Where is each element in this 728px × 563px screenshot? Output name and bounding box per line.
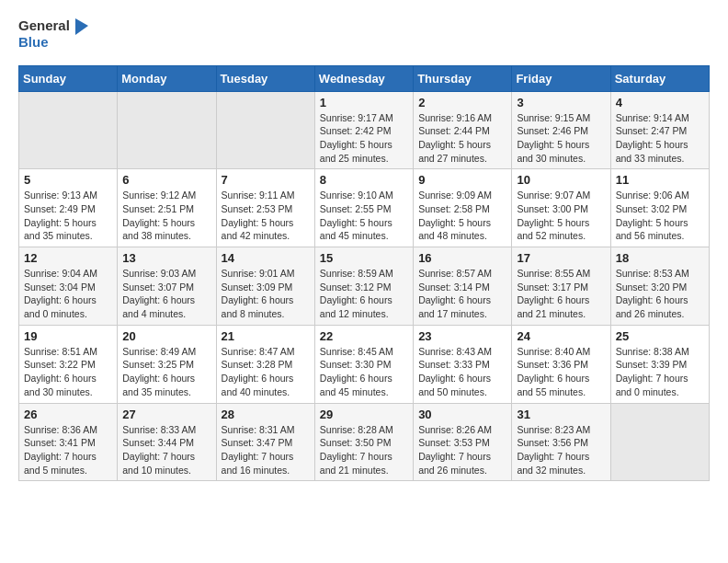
calendar-cell: 26Sunrise: 8:36 AM Sunset: 3:41 PM Dayli…: [19, 403, 118, 481]
day-number: 21: [222, 329, 310, 343]
day-number: 17: [517, 251, 605, 265]
day-info: Sunrise: 8:28 AM Sunset: 3:50 PM Dayligh…: [320, 423, 408, 477]
calendar-cell: 3Sunrise: 9:15 AM Sunset: 2:46 PM Daylig…: [512, 91, 610, 169]
day-number: 31: [517, 408, 605, 421]
day-number: 18: [616, 251, 704, 265]
day-info: Sunrise: 9:01 AM Sunset: 3:09 PM Dayligh…: [222, 267, 310, 321]
calendar-cell: [610, 403, 709, 481]
day-info: Sunrise: 8:36 AM Sunset: 3:41 PM Dayligh…: [24, 423, 112, 477]
logo: General Blue: [18, 18, 88, 51]
weekday-header-wednesday: Wednesday: [314, 65, 413, 91]
calendar-cell: 19Sunrise: 8:51 AM Sunset: 3:22 PM Dayli…: [19, 325, 118, 403]
calendar-cell: 25Sunrise: 8:38 AM Sunset: 3:39 PM Dayli…: [610, 325, 709, 403]
weekday-header-saturday: Saturday: [610, 65, 709, 91]
day-info: Sunrise: 9:17 AM Sunset: 2:42 PM Dayligh…: [320, 111, 408, 166]
day-info: Sunrise: 8:33 AM Sunset: 3:44 PM Dayligh…: [122, 423, 210, 477]
day-info: Sunrise: 9:13 AM Sunset: 2:49 PM Dayligh…: [24, 189, 112, 243]
calendar-cell: 10Sunrise: 9:07 AM Sunset: 3:00 PM Dayli…: [512, 169, 610, 247]
svg-marker-0: [75, 18, 88, 35]
day-info: Sunrise: 9:14 AM Sunset: 2:47 PM Dayligh…: [616, 111, 704, 166]
day-info: Sunrise: 8:45 AM Sunset: 3:30 PM Dayligh…: [320, 345, 408, 399]
day-info: Sunrise: 9:07 AM Sunset: 3:00 PM Dayligh…: [517, 189, 605, 243]
page-header: General Blue: [18, 18, 710, 51]
calendar-cell: 23Sunrise: 8:43 AM Sunset: 3:33 PM Dayli…: [414, 325, 512, 403]
day-number: 5: [24, 173, 112, 187]
calendar-week-row: 26Sunrise: 8:36 AM Sunset: 3:41 PM Dayli…: [19, 403, 710, 481]
calendar-cell: 11Sunrise: 9:06 AM Sunset: 3:02 PM Dayli…: [610, 169, 709, 247]
calendar-cell: [118, 91, 216, 169]
logo-text: General Blue: [18, 18, 88, 51]
day-number: 15: [320, 251, 408, 265]
calendar-cell: 8Sunrise: 9:10 AM Sunset: 2:55 PM Daylig…: [314, 169, 413, 247]
day-number: 24: [517, 329, 605, 343]
calendar-week-row: 1Sunrise: 9:17 AM Sunset: 2:42 PM Daylig…: [19, 91, 710, 169]
calendar-cell: 1Sunrise: 9:17 AM Sunset: 2:42 PM Daylig…: [314, 91, 413, 169]
calendar-week-row: 5Sunrise: 9:13 AM Sunset: 2:49 PM Daylig…: [19, 169, 710, 247]
day-number: 27: [122, 408, 210, 421]
day-info: Sunrise: 8:55 AM Sunset: 3:17 PM Dayligh…: [517, 267, 605, 321]
day-info: Sunrise: 8:51 AM Sunset: 3:22 PM Dayligh…: [24, 345, 112, 399]
day-number: 13: [122, 251, 210, 265]
weekday-header-sunday: Sunday: [19, 65, 118, 91]
calendar-cell: 28Sunrise: 8:31 AM Sunset: 3:47 PM Dayli…: [216, 403, 314, 481]
day-number: 28: [222, 408, 310, 421]
calendar-cell: [216, 91, 314, 169]
day-info: Sunrise: 9:09 AM Sunset: 2:58 PM Dayligh…: [418, 189, 506, 243]
day-number: 25: [616, 329, 704, 343]
calendar-week-row: 19Sunrise: 8:51 AM Sunset: 3:22 PM Dayli…: [19, 325, 710, 403]
calendar-week-row: 12Sunrise: 9:04 AM Sunset: 3:04 PM Dayli…: [19, 247, 710, 326]
calendar-cell: 7Sunrise: 9:11 AM Sunset: 2:53 PM Daylig…: [216, 169, 314, 247]
calendar-cell: 30Sunrise: 8:26 AM Sunset: 3:53 PM Dayli…: [414, 403, 512, 481]
calendar-cell: 6Sunrise: 9:12 AM Sunset: 2:51 PM Daylig…: [118, 169, 216, 247]
calendar-cell: 18Sunrise: 8:53 AM Sunset: 3:20 PM Dayli…: [610, 247, 709, 326]
day-number: 2: [418, 96, 506, 109]
weekday-header-friday: Friday: [512, 65, 610, 91]
day-info: Sunrise: 8:57 AM Sunset: 3:14 PM Dayligh…: [418, 267, 506, 321]
weekday-header-tuesday: Tuesday: [216, 65, 314, 91]
day-info: Sunrise: 8:40 AM Sunset: 3:36 PM Dayligh…: [517, 345, 605, 399]
calendar-cell: 24Sunrise: 8:40 AM Sunset: 3:36 PM Dayli…: [512, 325, 610, 403]
day-info: Sunrise: 8:49 AM Sunset: 3:25 PM Dayligh…: [122, 345, 210, 399]
day-info: Sunrise: 8:47 AM Sunset: 3:28 PM Dayligh…: [222, 345, 310, 399]
day-number: 7: [222, 173, 310, 187]
calendar-cell: 21Sunrise: 8:47 AM Sunset: 3:28 PM Dayli…: [216, 325, 314, 403]
weekday-header-row: SundayMondayTuesdayWednesdayThursdayFrid…: [19, 65, 710, 91]
day-info: Sunrise: 9:15 AM Sunset: 2:46 PM Dayligh…: [517, 111, 605, 166]
calendar-table: SundayMondayTuesdayWednesdayThursdayFrid…: [18, 65, 710, 482]
day-number: 26: [24, 408, 112, 421]
day-info: Sunrise: 9:03 AM Sunset: 3:07 PM Dayligh…: [122, 267, 210, 321]
day-number: 10: [517, 173, 605, 187]
day-number: 30: [418, 408, 506, 421]
day-info: Sunrise: 9:06 AM Sunset: 3:02 PM Dayligh…: [616, 189, 704, 243]
day-number: 9: [418, 173, 506, 187]
calendar-cell: 2Sunrise: 9:16 AM Sunset: 2:44 PM Daylig…: [414, 91, 512, 169]
calendar-cell: 13Sunrise: 9:03 AM Sunset: 3:07 PM Dayli…: [118, 247, 216, 326]
weekday-header-thursday: Thursday: [414, 65, 512, 91]
calendar-cell: 5Sunrise: 9:13 AM Sunset: 2:49 PM Daylig…: [19, 169, 118, 247]
calendar-cell: 29Sunrise: 8:28 AM Sunset: 3:50 PM Dayli…: [314, 403, 413, 481]
day-info: Sunrise: 9:16 AM Sunset: 2:44 PM Dayligh…: [418, 111, 506, 166]
day-info: Sunrise: 8:59 AM Sunset: 3:12 PM Dayligh…: [320, 267, 408, 321]
day-info: Sunrise: 8:31 AM Sunset: 3:47 PM Dayligh…: [222, 423, 310, 477]
day-number: 19: [24, 329, 112, 343]
day-number: 14: [222, 251, 310, 265]
calendar-cell: [19, 91, 118, 169]
day-number: 8: [320, 173, 408, 187]
day-number: 3: [517, 96, 605, 109]
day-number: 20: [122, 329, 210, 343]
day-info: Sunrise: 9:10 AM Sunset: 2:55 PM Dayligh…: [320, 189, 408, 243]
day-number: 11: [616, 173, 704, 187]
day-info: Sunrise: 9:04 AM Sunset: 3:04 PM Dayligh…: [24, 267, 112, 321]
day-number: 23: [418, 329, 506, 343]
calendar-cell: 12Sunrise: 9:04 AM Sunset: 3:04 PM Dayli…: [19, 247, 118, 326]
day-number: 1: [320, 96, 408, 109]
day-number: 22: [320, 329, 408, 343]
day-number: 6: [122, 173, 210, 187]
day-number: 16: [418, 251, 506, 265]
day-info: Sunrise: 9:11 AM Sunset: 2:53 PM Dayligh…: [222, 189, 310, 243]
calendar-cell: 17Sunrise: 8:55 AM Sunset: 3:17 PM Dayli…: [512, 247, 610, 326]
calendar-cell: 9Sunrise: 9:09 AM Sunset: 2:58 PM Daylig…: [414, 169, 512, 247]
day-info: Sunrise: 8:43 AM Sunset: 3:33 PM Dayligh…: [418, 345, 506, 399]
calendar-cell: 14Sunrise: 9:01 AM Sunset: 3:09 PM Dayli…: [216, 247, 314, 326]
day-info: Sunrise: 9:12 AM Sunset: 2:51 PM Dayligh…: [122, 189, 210, 243]
